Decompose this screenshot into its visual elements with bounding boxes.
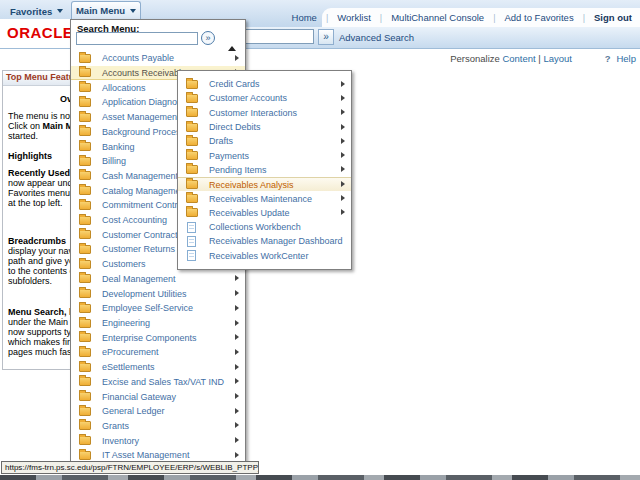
personalize-content-link[interactable]: Content: [502, 53, 535, 64]
chevron-down-icon: [130, 9, 136, 13]
chevron-right-icon: [235, 305, 239, 311]
multichannel-console-link[interactable]: MultiChannel Console: [382, 12, 493, 23]
chevron-right-icon: [235, 364, 239, 370]
folder-icon: [79, 333, 91, 342]
menu-item[interactable]: Accounts Payable: [71, 51, 245, 66]
page-icon: [187, 250, 196, 261]
menu-item[interactable]: Deal Management: [71, 272, 245, 287]
menu-item[interactable]: Credit Cards: [178, 77, 351, 91]
menu-item-label: Allocations: [102, 83, 146, 93]
chevron-right-icon: [235, 408, 239, 414]
folder-icon: [79, 451, 91, 460]
menu-item[interactable]: Grants: [71, 419, 245, 434]
menu-item[interactable]: Inventory: [71, 433, 245, 448]
menu-item[interactable]: Customer Interactions: [178, 106, 351, 120]
menu-item[interactable]: Customer Accounts: [178, 91, 351, 105]
menu-item[interactable]: eSettlements: [71, 360, 245, 375]
menu-item[interactable]: Engineering: [71, 316, 245, 331]
submenu-list: Credit Cards Customer Accounts Customer …: [178, 77, 351, 263]
menu-item-label: Banking: [102, 142, 135, 152]
folder-icon: [79, 436, 91, 445]
menu-search-go-button[interactable]: »: [201, 31, 215, 45]
menu-item-label: Inventory: [102, 436, 139, 446]
chevron-right-icon: [341, 124, 345, 130]
chevron-right-icon: [341, 152, 345, 158]
folder-icon: [79, 363, 91, 372]
menu-item-label: Asset Management: [102, 112, 180, 122]
personalize-layout-link[interactable]: Layout: [543, 53, 572, 64]
chevron-right-icon: [235, 437, 239, 443]
folder-icon: [79, 127, 91, 136]
menu-item-label: Payments: [209, 151, 249, 161]
menu-item[interactable]: General Ledger: [71, 404, 245, 419]
folder-icon: [79, 157, 91, 166]
menu-item[interactable]: Receivables Update: [178, 206, 351, 220]
tab-main-menu[interactable]: Main Menu: [71, 1, 141, 19]
status-url-tooltip: https://fms-trn.ps.sc.edu/psp/FTRN/EMPLO…: [1, 461, 259, 474]
menu-item[interactable]: Drafts: [178, 134, 351, 148]
menu-item[interactable]: Direct Debits: [178, 120, 351, 134]
folder-icon: [79, 245, 91, 254]
folder-icon: [79, 407, 91, 416]
header-links: Home| Worklist| MultiChannel Console| Ad…: [322, 8, 640, 27]
folder-icon: [79, 348, 91, 357]
menu-item-label: Receivables Maintenance: [209, 194, 312, 204]
menu-item[interactable]: Receivables Manager Dashboard: [178, 234, 351, 248]
chevron-right-icon: [341, 209, 345, 215]
page-icon: [187, 222, 196, 233]
menu-item[interactable]: Collections Workbench: [178, 220, 351, 234]
menu-item[interactable]: Employee Self-Service: [71, 301, 245, 316]
page-icon: [187, 236, 196, 247]
chevron-down-icon: [57, 9, 63, 13]
menu-item-label: eSettlements: [102, 362, 155, 372]
folder-icon: [186, 80, 198, 89]
worklist-link[interactable]: Worklist: [328, 12, 380, 23]
menu-item-label: Accounts Payable: [102, 53, 174, 63]
home-link[interactable]: Home: [283, 12, 326, 23]
menu-item-label: Employee Self-Service: [102, 303, 193, 313]
menu-item[interactable]: Receivables Analysis: [178, 177, 351, 191]
tab-favorites[interactable]: Favorites: [10, 4, 63, 18]
help-link[interactable]: Help: [616, 53, 636, 64]
chevron-right-icon: [235, 275, 239, 281]
peoplesoft-page: Home| Worklist| MultiChannel Console| Ad…: [0, 0, 640, 480]
folder-icon: [186, 180, 198, 189]
menu-item-label: eProcurement: [102, 347, 159, 357]
menu-item-label: Deal Management: [102, 274, 176, 284]
chevron-right-icon: [235, 320, 239, 326]
chevron-right-icon: [341, 95, 345, 101]
header-search-go-button[interactable]: »: [318, 29, 334, 45]
chevron-right-icon: [341, 138, 345, 144]
menu-item-label: Accounts Receivable: [102, 68, 186, 78]
menu-item-label: Grants: [102, 421, 129, 431]
menu-item-label: Development Utilities: [102, 289, 187, 299]
menu-item-label: Direct Debits: [209, 122, 261, 132]
folder-icon: [79, 68, 91, 77]
chevron-right-icon: [235, 378, 239, 384]
menu-item[interactable]: Payments: [178, 148, 351, 162]
menu-item-label: Credit Cards: [209, 79, 260, 89]
folder-icon: [79, 113, 91, 122]
menu-item-label: Customer Interactions: [209, 108, 297, 118]
menu-item[interactable]: Receivables WorkCenter: [178, 249, 351, 263]
menu-item-label: Customer Contracts: [102, 230, 182, 240]
menu-item-label: Commitment Control: [102, 200, 185, 210]
menu-item[interactable]: Pending Items: [178, 163, 351, 177]
sign-out-link[interactable]: Sign out: [585, 12, 634, 23]
folder-icon: [79, 377, 91, 386]
menu-item-label: Customer Accounts: [209, 93, 287, 103]
menu-item-label: Drafts: [209, 136, 233, 146]
menu-item[interactable]: Enterprise Components: [71, 330, 245, 345]
folder-icon: [79, 274, 91, 283]
menu-item[interactable]: Receivables Maintenance: [178, 191, 351, 205]
menu-item[interactable]: Development Utilities: [71, 286, 245, 301]
menu-item[interactable]: eProcurement: [71, 345, 245, 360]
chevron-right-icon: [341, 166, 345, 172]
folder-icon: [186, 208, 198, 217]
menu-item-label: Receivables Manager Dashboard: [209, 236, 343, 246]
advanced-search-link[interactable]: Advanced Search: [339, 32, 414, 43]
add-to-favorites-link[interactable]: Add to Favorites: [495, 12, 582, 23]
menu-item[interactable]: Financial Gateway: [71, 389, 245, 404]
menu-item[interactable]: Excise and Sales Tax/VAT IND: [71, 374, 245, 389]
menu-search-input[interactable]: [76, 32, 198, 45]
